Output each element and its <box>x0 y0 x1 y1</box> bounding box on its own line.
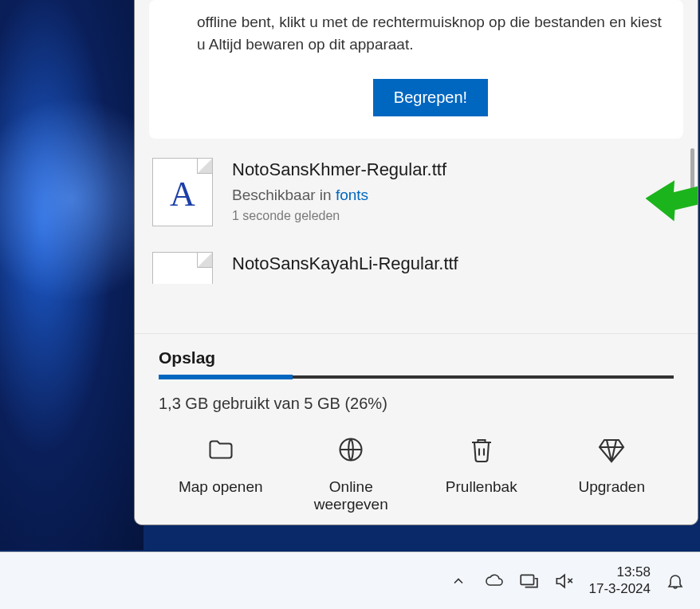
network-tray-icon[interactable] <box>518 571 539 591</box>
action-row: Map openen Online weergeven Prullenbak U… <box>159 430 674 518</box>
notifications-tray-icon[interactable] <box>665 571 686 591</box>
recent-file-list: A NotoSansKhmer-Regular.ttf Beschikbaar … <box>149 155 683 284</box>
open-folder-button[interactable]: Map openen <box>159 430 283 518</box>
recycle-bin-label: Prullenbak <box>446 478 517 495</box>
upgrade-label: Upgraden <box>579 478 645 495</box>
file-item[interactable]: A NotoSansKhmer-Regular.ttf Beschikbaar … <box>149 155 683 249</box>
upgrade-button[interactable]: Upgraden <box>550 430 674 518</box>
trash-icon <box>467 435 496 464</box>
view-online-button[interactable]: Online weergeven <box>289 430 414 518</box>
font-file-icon <box>152 252 213 284</box>
svg-rect-2 <box>521 575 534 584</box>
file-name: NotoSansKhmer-Regular.ttf <box>232 158 680 180</box>
scrollbar-thumb[interactable] <box>690 148 694 196</box>
acknowledge-button[interactable]: Begrepen! <box>373 79 488 116</box>
file-location: Beschikbaar in fonts <box>232 187 680 204</box>
volume-muted-tray-icon[interactable] <box>553 571 574 591</box>
onedrive-tray-icon[interactable] <box>483 571 504 591</box>
globe-icon <box>336 435 365 464</box>
taskbar-clock[interactable]: 13:58 17-3-2024 <box>588 564 651 597</box>
view-online-label: Online weergeven <box>314 478 388 513</box>
storage-panel: Opslag 1,3 GB gebruikt van 5 GB (26%) Ma… <box>135 333 698 525</box>
open-folder-label: Map openen <box>179 478 263 495</box>
storage-usage-text: 1,3 GB gebruikt van 5 GB (26%) <box>159 395 674 413</box>
info-card: offline bent, klikt u met de rechtermuis… <box>149 0 683 139</box>
file-time: 1 seconde geleden <box>232 209 680 223</box>
recycle-bin-button[interactable]: Prullenbak <box>419 430 544 518</box>
desktop-background <box>0 0 144 550</box>
taskbar: 13:58 17-3-2024 <box>0 552 700 609</box>
info-text: offline bent, klikt u met de rechtermuis… <box>197 0 664 55</box>
tray-overflow-button[interactable] <box>448 571 469 591</box>
onedrive-panel: offline bent, klikt u met de rechtermuis… <box>134 0 698 525</box>
taskbar-time: 13:58 <box>588 564 651 580</box>
diamond-icon <box>597 435 626 464</box>
folder-icon <box>206 435 235 464</box>
file-location-prefix: Beschikbaar in <box>232 187 336 203</box>
storage-progressbar <box>159 375 674 379</box>
file-location-link[interactable]: fonts <box>336 187 368 203</box>
storage-title: Opslag <box>159 348 674 367</box>
storage-progressbar-fill <box>159 375 293 379</box>
file-name: NotoSansKayahLi-Regular.ttf <box>232 252 680 274</box>
taskbar-date: 17-3-2024 <box>588 581 651 597</box>
font-file-icon: A <box>152 158 213 226</box>
file-item[interactable]: NotoSansKayahLi-Regular.ttf <box>149 249 683 284</box>
